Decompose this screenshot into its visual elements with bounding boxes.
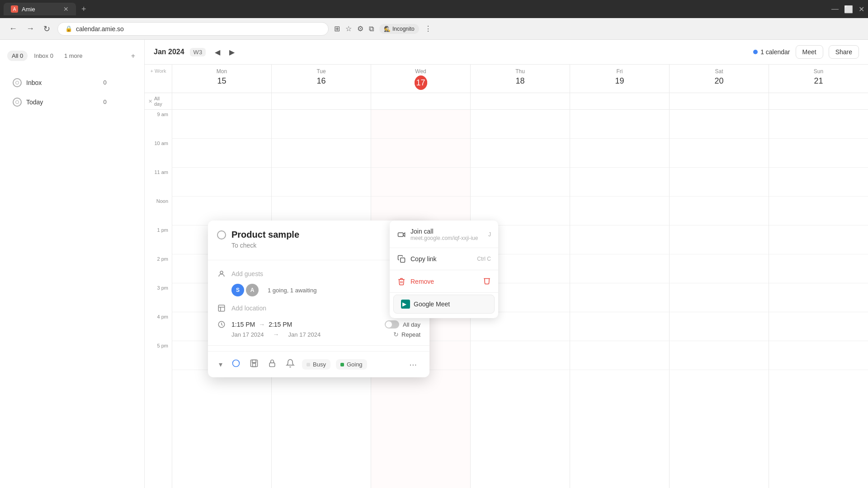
time-3pm: 3 pm <box>145 283 172 312</box>
sidebar-item-today[interactable]: Today 0 + ⋯ <box>7 93 137 111</box>
busy-badge[interactable]: Busy <box>302 359 330 370</box>
day-name-mon: Mon <box>176 68 268 75</box>
day-header-fri: Fri 19 <box>570 65 669 93</box>
sidebar-icon[interactable]: ⧉ <box>369 25 374 33</box>
time-start: 1:15 PM <box>231 321 255 328</box>
hour-fri-11 <box>570 168 669 197</box>
day-name-sun: Sun <box>773 68 864 75</box>
close-btn[interactable]: ✕ <box>859 5 864 14</box>
hour-sun-noon <box>769 197 868 225</box>
forward-btn[interactable]: → <box>24 22 36 35</box>
bookmark-icon[interactable]: ☆ <box>345 24 352 33</box>
hour-mon-11 <box>172 168 271 197</box>
time-4pm: 4 pm <box>145 312 172 341</box>
day-header-tue: Tue 16 <box>271 65 371 93</box>
svg-rect-8 <box>253 363 256 367</box>
ctx-google-meet[interactable]: ▶ Google Meet <box>393 295 495 314</box>
ctx-remove[interactable]: Remove <box>390 272 498 291</box>
sidebar-item-inbox[interactable]: Inbox 0 + ⋯ <box>7 74 137 91</box>
guests-icon <box>217 269 226 278</box>
lock-btn[interactable] <box>266 357 278 372</box>
all-day-cell-thu <box>470 93 570 109</box>
google-meet-icon: ▶ <box>401 300 410 309</box>
ctx-join-call[interactable]: Join call meet.google.com/iqf-xxji-iue J <box>390 223 498 246</box>
all-day-cell-wed <box>371 93 470 109</box>
lock-icon: 🔒 <box>65 25 72 32</box>
context-menu: Join call meet.google.com/iqf-xxji-iue J… <box>390 221 498 318</box>
active-tab[interactable]: A Amie ✕ <box>4 3 76 15</box>
all-day-toggle[interactable] <box>385 320 399 328</box>
svg-point-0 <box>220 271 223 274</box>
date-start: Jan 17 2024 <box>231 331 264 338</box>
new-tab-btn[interactable]: + <box>78 3 90 16</box>
settings-icon[interactable]: ⚙ <box>357 24 363 33</box>
hour-sun-5 <box>769 341 868 370</box>
remove-label: Remove <box>410 278 434 285</box>
ctx-divider-3 <box>390 292 498 293</box>
sidebar-tab-more[interactable]: 1 more <box>60 51 87 61</box>
sidebar-tab-all[interactable]: All 0 <box>7 51 28 61</box>
all-day-row: ✕ All day <box>145 93 868 110</box>
hour-tue-11 <box>272 168 371 197</box>
day-header-thu: Thu 18 <box>470 65 570 93</box>
repeat-label: Repeat <box>401 331 420 338</box>
expand-btn[interactable]: ▾ <box>217 358 224 371</box>
hour-mon-9 <box>172 110 271 139</box>
time-2pm: 2 pm <box>145 254 172 283</box>
tab-close-btn[interactable]: ✕ <box>63 5 69 13</box>
maximize-btn[interactable]: ⬜ <box>844 5 853 14</box>
day-num-sun: 21 <box>773 76 864 86</box>
day-header-mon: Mon 15 <box>172 65 271 93</box>
meet-btn[interactable]: Meet <box>796 45 823 59</box>
copy-link-label: Copy link <box>410 255 437 263</box>
today-add-btn[interactable]: + <box>111 97 119 107</box>
time-5pm: 5 pm <box>145 341 172 370</box>
url-text: calendar.amie.so <box>76 25 124 33</box>
time-9am: 9 am <box>145 110 172 139</box>
hour-sat-2 <box>670 254 769 283</box>
more-options-btn[interactable]: ··· <box>406 357 420 371</box>
copy-link-shortcut: Ctrl C <box>477 256 491 262</box>
hour-wed-9 <box>371 110 470 139</box>
inbox-icon <box>13 78 22 87</box>
ctx-copy-link[interactable]: Copy link Ctrl C <box>390 250 498 268</box>
hour-sun-11 <box>769 168 868 197</box>
prev-week-btn[interactable]: ◀ <box>211 46 224 58</box>
day-header-sat: Sat 20 <box>669 65 769 93</box>
copy-icon <box>397 254 406 263</box>
extensions-icon[interactable]: ⊞ <box>334 24 340 33</box>
all-day-cell-mon <box>172 93 271 109</box>
inbox-label: Inbox <box>26 79 99 86</box>
save-btn[interactable] <box>248 357 260 372</box>
inbox-more-btn[interactable]: ⋯ <box>121 77 132 88</box>
add-item-btn[interactable]: + <box>129 51 137 61</box>
hour-tue-9 <box>272 110 371 139</box>
refresh-btn[interactable]: ↻ <box>42 22 52 36</box>
address-bar[interactable]: 🔒 calendar.amie.so <box>57 22 329 36</box>
back-btn[interactable]: ← <box>7 22 19 35</box>
hour-fri-5 <box>570 341 669 370</box>
menu-icon[interactable]: ⋮ <box>425 24 432 33</box>
all-day-cell-tue <box>271 93 371 109</box>
going-icon <box>340 363 344 366</box>
inbox-add-btn[interactable]: + <box>111 77 119 88</box>
going-badge[interactable]: Going <box>336 359 367 370</box>
today-more-btn[interactable]: ⋯ <box>121 97 132 107</box>
day-num-wed: 17 <box>415 76 427 89</box>
tab-label: Amie <box>22 6 35 13</box>
share-btn[interactable]: Share <box>829 45 859 59</box>
day-num-fri: 19 <box>574 76 665 86</box>
next-week-btn[interactable]: ▶ <box>226 46 238 58</box>
day-col-sun <box>769 110 868 488</box>
incognito-icon: 🕵 <box>384 26 391 32</box>
browser-chrome: A Amie ✕ + — ⬜ ✕ <box>0 0 868 18</box>
day-header-sun: Sun 21 <box>769 65 868 93</box>
sidebar-tabs: All 0 Inbox 0 1 more <box>7 51 87 61</box>
circle-btn[interactable] <box>230 357 242 372</box>
bell-btn[interactable] <box>284 357 297 372</box>
minimize-btn[interactable]: — <box>831 5 839 13</box>
header-right: 1 calendar Meet Share <box>753 45 859 59</box>
day-header-wed: Wed 17 <box>371 65 470 93</box>
sidebar-tab-inbox[interactable]: Inbox 0 <box>29 51 58 61</box>
hour-sun-3 <box>769 283 868 312</box>
